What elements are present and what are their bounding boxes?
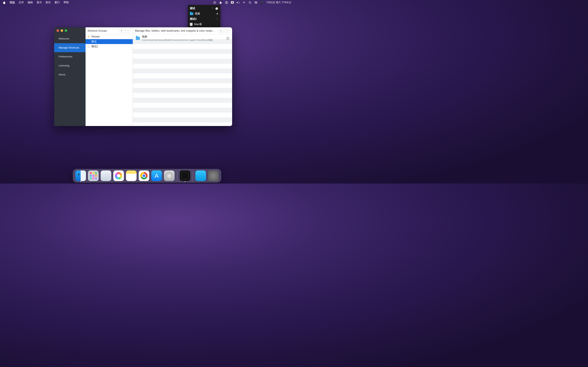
document-icon: [190, 23, 192, 26]
group-row-test2[interactable]: 测试2: [86, 44, 133, 49]
folder-icon: [136, 37, 140, 40]
star-icon[interactable]: [213, 1, 216, 4]
dock-folder-downloads[interactable]: [195, 170, 206, 181]
svg-line-6: [251, 3, 251, 3]
group-row-label: 测试: [91, 40, 96, 43]
remove-item-button[interactable]: －: [225, 29, 230, 33]
dropdown-item-label: 视频: [195, 12, 215, 16]
sidebar-item-prefs[interactable]: Preferences: [54, 52, 86, 61]
menu-window[interactable]: 窗口: [54, 1, 60, 4]
menubar-dropdown: 测试 ﹀ 视频 ▶ 测试2 ﹀ Mac毒: [188, 5, 220, 28]
dropdown-item-label: Mac毒: [194, 22, 218, 26]
group-row-test[interactable]: 测试: [86, 39, 133, 44]
main-panel: Manage files, folders, web bookmarks, te…: [133, 27, 232, 126]
minimize-button[interactable]: [61, 29, 63, 32]
content-list: 视频 /Users/machub/Library/Mobile Document…: [133, 34, 232, 126]
group-row-pinned[interactable]: ★ Pinned: [86, 34, 133, 39]
main-panel-header: Manage files, folders, web bookmarks, te…: [133, 27, 232, 34]
dropdown-item-macdo[interactable]: Mac毒: [188, 22, 220, 27]
dock-app-notes[interactable]: [126, 170, 137, 181]
dropdown-group-2[interactable]: 测试2 ﹀: [188, 16, 220, 22]
svg-rect-7: [255, 1, 257, 2]
close-button[interactable]: [57, 29, 59, 32]
dock-app-launchpad[interactable]: [88, 170, 99, 181]
menubar-clock[interactable]: 7月31日 周六 下午9:12: [266, 1, 291, 4]
svg-rect-4: [237, 2, 238, 3]
leaf-icon[interactable]: [219, 1, 222, 4]
sidebar-item-about[interactable]: About: [54, 70, 86, 79]
sidebar-item-welcome[interactable]: Welcome: [54, 34, 86, 43]
menu-go[interactable]: 前往: [45, 1, 51, 4]
list-view-icon[interactable]: [226, 37, 229, 40]
svg-point-10: [256, 3, 257, 3]
dropdown-item-videos[interactable]: 视频 ▶: [188, 11, 220, 16]
apple-menu-icon[interactable]: [3, 1, 6, 4]
gear-icon[interactable]: [215, 7, 218, 10]
groups-panel-header: Shortcut Groups ＋ －: [86, 27, 133, 34]
list-stripes: [133, 34, 232, 122]
menu-view[interactable]: 显示: [36, 1, 42, 4]
menubar-app-name[interactable]: 访达: [9, 1, 15, 4]
menu-help[interactable]: 帮助: [63, 1, 69, 4]
siri-icon[interactable]: [260, 1, 263, 4]
input-source-badge[interactable]: A: [231, 1, 234, 4]
group-row-label: 测试2: [91, 45, 98, 48]
dropdown-group-1[interactable]: 测试 ﹀: [188, 6, 220, 11]
svg-point-1: [226, 2, 227, 2]
dock: A: [73, 169, 221, 183]
list-item-name: 视频: [142, 35, 213, 39]
svg-rect-3: [239, 2, 240, 3]
svg-point-8: [255, 2, 256, 2]
chevron-down-icon: ﹀: [212, 7, 214, 10]
remove-group-button[interactable]: －: [125, 29, 131, 33]
dock-app-chrome[interactable]: [139, 170, 149, 181]
folder-icon: [190, 12, 193, 15]
star-icon: ★: [87, 35, 90, 38]
dropdown-group-2-label: 测试2: [190, 17, 215, 21]
dropdown-group-1-label: 测试: [190, 7, 210, 10]
group-row-label: Pinned: [91, 35, 99, 38]
dock-app-appstore[interactable]: A: [151, 170, 162, 181]
chevron-down-icon: ﹀: [216, 17, 218, 20]
sidebar-item-shortcuts[interactable]: Manage Shortcuts: [54, 43, 86, 52]
dock-app-finder[interactable]: [75, 170, 86, 181]
zoom-button[interactable]: [65, 29, 67, 32]
window-traffic-lights: [54, 27, 86, 34]
circle-icon: [87, 45, 90, 48]
menu-edit[interactable]: 编辑: [27, 1, 33, 4]
add-item-button[interactable]: ＋: [218, 29, 224, 33]
user-icon[interactable]: [225, 1, 228, 4]
dock-app-safari[interactable]: [101, 170, 111, 181]
groups-panel-title: Shortcut Groups: [87, 29, 118, 32]
add-group-button[interactable]: ＋: [119, 29, 124, 33]
dock-trash[interactable]: [208, 170, 219, 181]
menu-file[interactable]: 文件: [18, 1, 24, 4]
dock-app-settings[interactable]: [164, 170, 174, 181]
svg-point-5: [249, 1, 251, 3]
app-window: Welcome Manage Shortcuts Preferences Lic…: [54, 27, 232, 126]
shortcut-groups-panel: Shortcut Groups ＋ － ★ Pinned 测试 测试2: [86, 27, 133, 126]
sidebar-item-licensing[interactable]: Licensing: [54, 61, 86, 70]
dock-app-photos[interactable]: [113, 170, 124, 181]
spotlight-icon[interactable]: [249, 1, 251, 4]
svg-rect-9: [255, 3, 257, 3]
menubar: 访达 文件 编辑 显示 前往 窗口 帮助 A 7月31日 周六 下午9:12: [0, 0, 294, 5]
dock-app-activity-monitor[interactable]: [180, 170, 190, 181]
control-center-icon[interactable]: [254, 1, 258, 4]
groups-list: ★ Pinned 测试 测试2: [86, 34, 133, 126]
list-item[interactable]: 视频 /Users/machub/Library/Mobile Document…: [133, 34, 232, 42]
window-sidebar: Welcome Manage Shortcuts Preferences Lic…: [54, 27, 86, 126]
list-item-path: /Users/machub/Library/Mobile Documents/c…: [142, 39, 213, 42]
main-panel-title: Manage files, folders, web bookmarks, te…: [135, 29, 217, 32]
wifi-icon[interactable]: [242, 1, 246, 4]
play-icon: ▶: [217, 13, 218, 15]
battery-icon[interactable]: [237, 1, 240, 4]
dock-separator: [193, 171, 193, 181]
